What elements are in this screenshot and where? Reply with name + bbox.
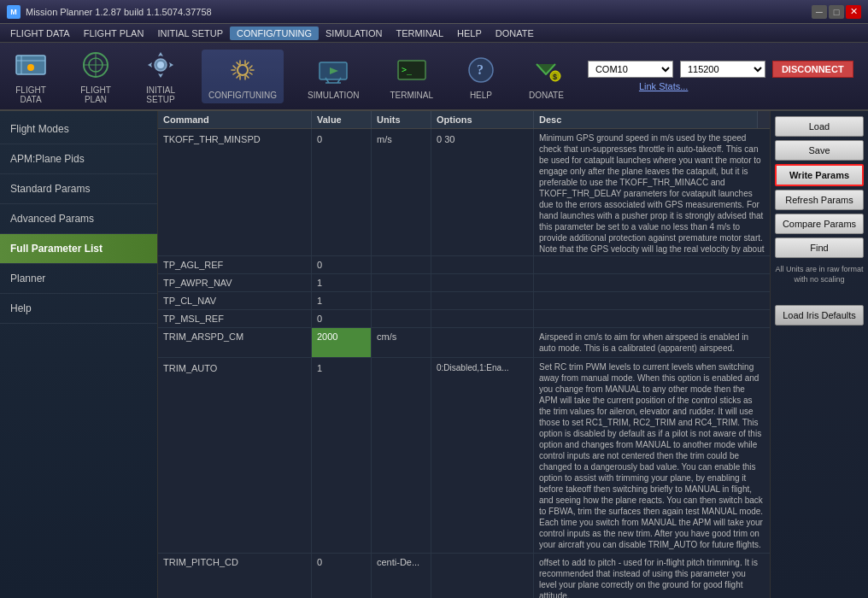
- toolbar-donate-label: DONATE: [529, 91, 564, 100]
- row-command[interactable]: TP_AWPR_NAV: [158, 274, 312, 291]
- table-row: TRIM_PITCH_CD 0 centi-De... offset to ad…: [158, 554, 770, 598]
- row-options: [431, 554, 534, 598]
- svg-text:$: $: [553, 73, 557, 81]
- row-value[interactable]: 0: [312, 129, 372, 255]
- sidebar-item-apm-plane-pids[interactable]: APM:Plane Pids: [0, 144, 157, 174]
- toolbar-flight-plan[interactable]: FLIGHT PLAN: [72, 44, 120, 108]
- th-command: Command: [158, 111, 312, 128]
- menu-initial-setup[interactable]: INITIAL SETUP: [150, 26, 230, 40]
- menu-help[interactable]: HELP: [450, 26, 489, 40]
- row-options: [431, 274, 534, 291]
- toolbar-terminal[interactable]: >_ TERMINAL: [383, 50, 440, 103]
- row-command[interactable]: TRIM_ARSPD_CM: [158, 328, 312, 357]
- row-command[interactable]: TP_CL_NAV: [158, 292, 312, 309]
- compare-params-button[interactable]: Compare Params: [775, 214, 864, 234]
- menu-simulation[interactable]: SIMULATION: [319, 26, 389, 40]
- row-command[interactable]: TRIM_AUTO: [158, 358, 312, 553]
- toolbar-simulation-label: SIMULATION: [308, 91, 359, 100]
- row-desc: Airspeed in cm/s to aim for when airspee…: [534, 328, 770, 357]
- table-row: TP_AGL_REF 0: [158, 256, 770, 274]
- row-value[interactable]: 2000: [312, 328, 372, 357]
- row-value[interactable]: 1: [312, 358, 372, 553]
- row-value[interactable]: 0: [312, 310, 372, 327]
- row-units: [372, 256, 431, 273]
- row-command[interactable]: TP_MSL_REF: [158, 310, 312, 327]
- svg-point-10: [238, 65, 248, 75]
- row-desc: Set RC trim PWM levels to current levels…: [534, 358, 770, 553]
- toolbar-help-label: HELP: [470, 91, 492, 100]
- link-stats-link[interactable]: Link Stats...: [639, 81, 688, 91]
- row-options: [431, 292, 534, 309]
- th-value: Value: [312, 111, 372, 128]
- scrollbar-header-stub: [758, 111, 770, 128]
- menu-flight-plan[interactable]: FLIGHT PLAN: [77, 26, 151, 40]
- row-command[interactable]: TP_AGL_REF: [158, 256, 312, 273]
- toolbar-flight-data-label: FLIGHT DATA: [14, 85, 48, 104]
- row-command[interactable]: TRIM_PITCH_CD: [158, 554, 312, 598]
- minimize-button[interactable]: ─: [812, 5, 827, 19]
- toolbar-flight-data[interactable]: FLIGHT DATA: [7, 44, 55, 108]
- toolbar-right: COM10 115200 DISCONNECT Link Stats...: [588, 61, 853, 91]
- row-units: cm/s: [372, 328, 431, 357]
- th-options: Options: [431, 111, 534, 128]
- sidebar-item-standard-params[interactable]: Standard Params: [0, 174, 157, 204]
- row-value[interactable]: 1: [312, 274, 372, 291]
- find-button[interactable]: Find: [775, 237, 864, 258]
- donate-icon: $: [529, 53, 563, 87]
- toolbar-donate[interactable]: $ DONATE: [522, 50, 571, 103]
- row-units: [372, 274, 431, 291]
- table-body[interactable]: TKOFF_THR_MINSPD 0 m/s 0 30 Minimum GPS …: [158, 129, 770, 598]
- sidebar-item-planner[interactable]: Planner: [0, 264, 157, 294]
- table-row: TKOFF_THR_MINSPD 0 m/s 0 30 Minimum GPS …: [158, 129, 770, 256]
- svg-point-3: [27, 64, 34, 71]
- table-header: Command Value Units Options Desc: [158, 111, 770, 129]
- save-button[interactable]: Save: [775, 140, 864, 161]
- row-desc: [534, 292, 770, 309]
- toolbar-help[interactable]: ? HELP: [457, 50, 505, 103]
- row-units: [372, 310, 431, 327]
- baud-rate-select[interactable]: 115200: [680, 61, 765, 78]
- title-bar: M Mission Planner 1.2.87 build 1.1.5074.…: [0, 0, 868, 24]
- load-button[interactable]: Load: [775, 116, 864, 137]
- menu-bar: FLIGHT DATA FLIGHT PLAN INITIAL SETUP CO…: [0, 24, 868, 43]
- close-button[interactable]: ✕: [846, 5, 861, 19]
- disconnect-button[interactable]: DISCONNECT: [772, 61, 853, 78]
- load-iris-defaults-button[interactable]: Load Iris Defaults: [775, 305, 864, 325]
- row-value[interactable]: 0: [312, 256, 372, 273]
- row-options: [431, 256, 534, 273]
- toolbar: FLIGHT DATA FLIGHT PLAN INITIAL SETUP: [0, 43, 868, 111]
- toolbar-config-tuning[interactable]: CONFIG/TUNING: [202, 50, 284, 103]
- sidebar-item-advanced-params[interactable]: Advanced Params: [0, 204, 157, 234]
- sidebar-item-full-parameter-list[interactable]: Full Parameter List: [0, 234, 157, 264]
- right-panel: Load Save Write Params Refresh Params Co…: [770, 111, 868, 598]
- th-desc: Desc: [534, 111, 758, 128]
- row-desc: [534, 310, 770, 327]
- menu-flight-data[interactable]: FLIGHT DATA: [3, 26, 77, 40]
- sidebar-item-flight-modes[interactable]: Flight Modes: [0, 114, 157, 144]
- toolbar-config-tuning-label: CONFIG/TUNING: [208, 91, 277, 100]
- sidebar-item-help[interactable]: Help: [0, 294, 157, 324]
- config-tuning-icon: [226, 53, 260, 87]
- row-desc: [534, 256, 770, 273]
- toolbar-terminal-label: TERMINAL: [390, 91, 433, 100]
- toolbar-simulation[interactable]: SIMULATION: [301, 50, 366, 103]
- window-controls: ─ □ ✕: [812, 5, 861, 19]
- menu-config-tuning[interactable]: CONFIG/TUNING: [230, 26, 319, 40]
- refresh-params-button[interactable]: Refresh Params: [775, 190, 864, 210]
- maximize-button[interactable]: □: [829, 5, 844, 19]
- row-value[interactable]: 1: [312, 292, 372, 309]
- com-port-select[interactable]: COM10: [588, 61, 673, 78]
- content-area: Command Value Units Options Desc TKOFF_T…: [158, 111, 868, 598]
- toolbar-initial-setup[interactable]: INITIAL SETUP: [137, 44, 185, 108]
- menu-terminal[interactable]: TERMINAL: [389, 26, 450, 40]
- menu-donate[interactable]: DONATE: [489, 26, 541, 40]
- write-params-button[interactable]: Write Params: [775, 164, 864, 186]
- row-desc: offset to add to pitch - used for in-fli…: [534, 554, 770, 598]
- row-command[interactable]: TKOFF_THR_MINSPD: [158, 129, 312, 255]
- row-units: m/s: [372, 129, 431, 255]
- row-units: [372, 358, 431, 553]
- simulation-icon: [316, 53, 350, 87]
- flight-plan-icon: [79, 48, 113, 82]
- help-icon: ?: [464, 53, 498, 87]
- row-value[interactable]: 0: [312, 554, 372, 598]
